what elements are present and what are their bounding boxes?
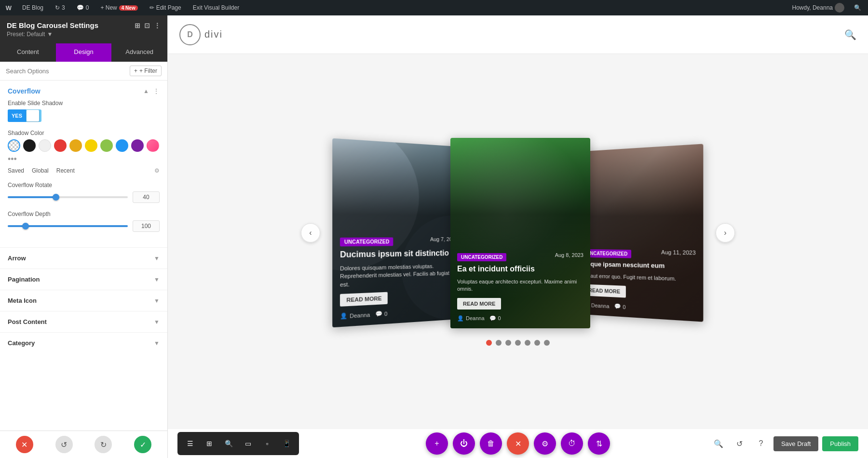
search-input[interactable]	[6, 67, 126, 75]
recent-link[interactable]: Recent	[56, 167, 75, 174]
color-swatch-green[interactable]	[100, 139, 113, 152]
coverflow-section-header[interactable]: Coverflow ▲ ⋮	[0, 81, 167, 100]
delete-button[interactable]: 🗑	[480, 432, 502, 455]
color-swatch-black[interactable]	[23, 139, 36, 152]
dot-5[interactable]	[525, 340, 530, 346]
color-swatch-red[interactable]	[54, 139, 67, 152]
cancel-button[interactable]: ✕	[507, 432, 529, 455]
color-swatch-purple[interactable]	[131, 139, 144, 152]
toggle-yes-label: YES	[8, 109, 26, 122]
rotate-slider-thumb[interactable]	[53, 194, 59, 201]
depth-slider-thumb[interactable]	[22, 223, 29, 229]
wireframe-button[interactable]: ⇅	[588, 432, 610, 455]
dot-2[interactable]	[496, 340, 502, 346]
history-button[interactable]: ⏱	[561, 432, 583, 455]
admin-bar-exit-builder[interactable]: Exit Visual Builder	[190, 0, 243, 15]
comment-icon: 💬	[77, 4, 84, 11]
undo-button[interactable]: ↺	[55, 436, 73, 453]
search-icon: 🔍	[854, 4, 861, 11]
coverflow-rotate-label: Coverflow Rotate	[8, 182, 160, 189]
save-draft-button[interactable]: Save Draft	[773, 436, 818, 451]
settings-button[interactable]: ⚙	[534, 432, 556, 455]
search-icon: 🔍	[225, 440, 233, 447]
dot-3[interactable]	[505, 340, 511, 346]
toolbar-grid-icon-btn[interactable]: ⊞	[201, 435, 218, 452]
post-content-section-header[interactable]: Post Content ▼	[0, 311, 167, 332]
portability-icon: ↺	[736, 439, 743, 448]
portability-icon-btn[interactable]: ↺	[731, 435, 748, 452]
preset-label: Preset: Default	[7, 31, 45, 38]
admin-bar-refresh[interactable]: ↻ 3	[52, 0, 68, 15]
shadow-toggle[interactable]: YES	[8, 109, 41, 122]
dot-6[interactable]	[534, 340, 540, 346]
close-module-button[interactable]: ✕	[16, 436, 33, 453]
search-right-icon-btn[interactable]: 🔍	[710, 435, 727, 452]
depth-value-input[interactable]: 100	[133, 220, 160, 232]
color-swatch-white[interactable]	[39, 139, 51, 152]
pagination-dots	[486, 340, 550, 346]
arrow-section-header[interactable]: Arrow ▼	[0, 248, 167, 269]
dot-7[interactable]	[544, 340, 550, 346]
sidebar-icon-more[interactable]: ⋮	[154, 22, 161, 29]
meta-icon-section-header[interactable]: Meta Icon ▼	[0, 290, 167, 311]
confirm-button[interactable]: ✓	[134, 436, 151, 453]
admin-bar-comments[interactable]: 💬 0	[74, 0, 92, 15]
carousel-prev-button[interactable]: ‹	[301, 223, 320, 242]
tablet-icon: ▫	[266, 440, 269, 447]
toolbar-search-icon-btn[interactable]: 🔍	[220, 435, 237, 452]
sidebar-icon-layout[interactable]: ⊡	[144, 22, 150, 29]
color-settings-icon[interactable]: ⚙	[154, 167, 160, 174]
site-name-label: DE Blog	[22, 4, 43, 11]
read-more-button-center[interactable]: READ MORE	[457, 298, 501, 310]
color-swatch-pink[interactable]	[147, 139, 159, 152]
admin-bar-howdy[interactable]: Howdy, Deanna	[789, 3, 848, 13]
comment-meta-left: 💬 0	[375, 310, 388, 317]
plus-icon: +	[434, 439, 439, 448]
admin-bar-site[interactable]: DE Blog	[19, 0, 46, 15]
person-icon-center: 👤	[457, 315, 464, 322]
coverflow-more-icon[interactable]: ⋮	[153, 87, 160, 95]
add-button[interactable]: +	[426, 432, 448, 455]
help-icon-btn[interactable]: ?	[752, 435, 770, 452]
pagination-section: Pagination ▼	[0, 269, 167, 290]
global-link[interactable]: Global	[32, 167, 49, 174]
carousel-next-button[interactable]: ›	[716, 223, 735, 242]
category-section-header[interactable]: Category ▼	[0, 333, 167, 353]
publish-button[interactable]: Publish	[822, 436, 858, 451]
more-colors-icon[interactable]: •••	[8, 155, 17, 163]
sidebar-icon-copy[interactable]: ⊞	[135, 22, 140, 29]
wp-icon[interactable]: W	[4, 3, 14, 13]
rotate-value-input[interactable]: 40	[133, 191, 160, 203]
toolbar-mobile-icon-btn[interactable]: 📱	[278, 435, 295, 452]
saved-link[interactable]: Saved	[8, 167, 24, 174]
card-title-left: Ducimus ipsum sit distinctio	[340, 248, 458, 260]
admin-bar-search[interactable]: 🔍	[851, 4, 864, 11]
card-badge-left: UNCATEGORIZED	[340, 237, 393, 246]
pagination-section-header[interactable]: Pagination ▼	[0, 269, 167, 290]
dot-4[interactable]	[515, 340, 521, 346]
redo-button[interactable]: ↻	[95, 436, 112, 453]
dot-1[interactable]	[486, 340, 492, 346]
admin-bar-edit-page[interactable]: ✏ Edit Page	[147, 0, 184, 15]
color-swatch-blue[interactable]	[116, 139, 128, 152]
tab-design[interactable]: Design	[56, 43, 112, 62]
read-more-button-left[interactable]: READ MORE	[340, 292, 388, 307]
depth-slider-track[interactable]	[8, 225, 128, 227]
coverflow-toggle-icon[interactable]: ▲	[143, 88, 149, 94]
toolbar-list-icon-btn[interactable]: ☰	[181, 435, 199, 452]
tab-content[interactable]: Content	[0, 43, 56, 62]
color-swatch-transparent[interactable]	[8, 139, 20, 152]
rotate-slider-track[interactable]	[8, 196, 128, 198]
filter-button[interactable]: + + Filter	[130, 66, 162, 76]
tab-advanced[interactable]: Advanced	[111, 43, 167, 62]
nav-search-icon[interactable]: 🔍	[844, 29, 856, 40]
admin-bar-new[interactable]: + New 4 New	[97, 0, 140, 15]
sidebar-preset[interactable]: Preset: Default ▼	[7, 31, 161, 38]
divi-nav: D divi 🔍	[168, 15, 868, 54]
toolbar-desktop-icon-btn[interactable]: ▭	[239, 435, 257, 452]
color-swatch-orange[interactable]	[69, 139, 82, 152]
power-button[interactable]: ⏻	[453, 432, 475, 455]
toolbar-tablet-icon-btn[interactable]: ▫	[258, 435, 276, 452]
color-swatch-yellow[interactable]	[85, 139, 97, 152]
meta-icon-section: Meta Icon ▼	[0, 290, 167, 311]
